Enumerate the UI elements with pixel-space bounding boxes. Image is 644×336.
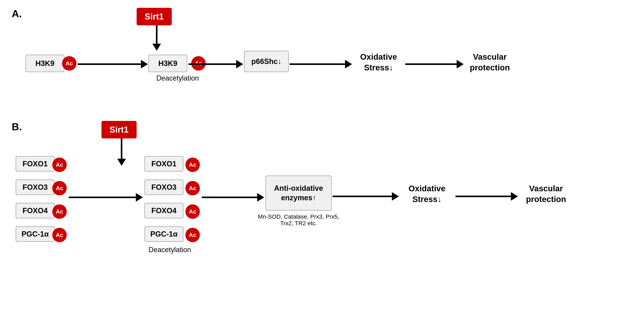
ac-foxo3-right: Ac [186, 181, 200, 195]
main-arrow-b [69, 193, 143, 202]
h3k9-right-box: H3K9 [148, 55, 187, 72]
panel-a-label: A. [12, 8, 22, 19]
oxidative-stress-a: Oxidative Stress↓ [353, 52, 404, 73]
arrow-to-p66shc [188, 60, 243, 68]
sirt1-arrow-down-b [117, 138, 126, 166]
sirt1-box-a: Sirt1 [136, 8, 172, 25]
deacetylation-label-a: Deacetylation [148, 74, 207, 82]
enzymes-list-label: Mn-SOD, Catalase, Prx3, Prx5, Trx2, TR2 … [258, 213, 340, 227]
h3k9-left-box: H3K9 [25, 55, 64, 72]
vascular-protection-b: Vascular protection [519, 183, 573, 205]
main-arrow-a [78, 60, 148, 68]
foxo3-left-box: FOXO3 [16, 179, 55, 195]
ac-foxo1-left: Ac [52, 158, 67, 172]
sirt1-arrow-down-a [152, 25, 161, 51]
antiox-enzymes-box: Anti-oxidative enzymes↑ [266, 176, 332, 211]
arrow-to-vascular-a [405, 60, 464, 68]
ac-foxo1-right: Ac [186, 158, 200, 172]
oxidative-stress-b: Oxidative Stress↓ [400, 183, 454, 205]
deacetylation-label-b: Deacetylation [140, 246, 199, 254]
vascular-protection-a: Vascular protection [464, 52, 515, 73]
sirt1-box-b: Sirt1 [102, 121, 136, 138]
foxo4-right-box: FOXO4 [144, 203, 184, 218]
ac-pgc1a-right: Ac [186, 228, 200, 242]
ac-foxo4-right: Ac [186, 204, 200, 219]
p66shc-box: p66Shc↓ [244, 51, 289, 72]
arrow-to-ox-stress-b [332, 192, 399, 201]
arrow-to-antiox [202, 193, 264, 202]
panel-b-label: B. [12, 121, 22, 133]
ac-pgc1a-left: Ac [52, 228, 67, 242]
pgc1a-left-box: PGC-1α [16, 226, 55, 242]
ac-circle-h3k9-left: Ac [62, 56, 76, 71]
ac-foxo4-left: Ac [52, 204, 67, 219]
foxo1-right-box: FOXO1 [144, 156, 184, 172]
arrow-to-ox-stress-a [290, 60, 352, 68]
foxo4-left-box: FOXO4 [16, 203, 55, 218]
foxo3-right-box: FOXO3 [144, 179, 184, 195]
arrow-to-vascular-b [456, 192, 518, 201]
foxo1-left-box: FOXO1 [16, 156, 55, 172]
pgc1a-right-box: PGC-1α [144, 226, 184, 242]
ac-foxo3-left: Ac [52, 181, 67, 195]
